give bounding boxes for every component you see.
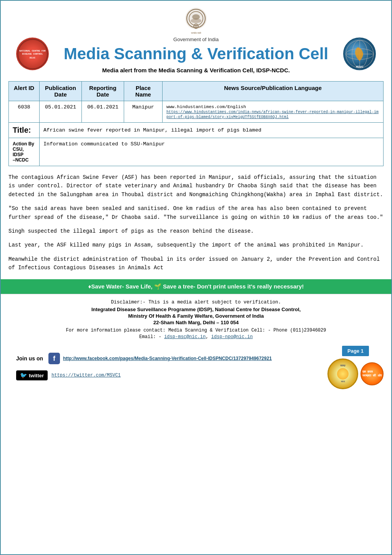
- action-label-cell: Action ByCSU, IDSP–NCDC: [9, 138, 40, 166]
- alert-id-cell: 6038: [9, 101, 40, 123]
- twitter-row: 🐦 twitter https://twitter.com/MSVC1: [8, 369, 324, 384]
- title-content-cell: African swine fever reported in Manipur,…: [40, 123, 384, 138]
- join-row: Join us on f http://www.facebook.com/pag…: [8, 350, 324, 367]
- svg-text:MSVC: MSVC: [356, 65, 363, 68]
- body-para-4: Last year, the ASF killed many pigs in A…: [8, 241, 384, 249]
- svg-point-4: [191, 18, 201, 23]
- footer-section: Disclaimer:- This is a media alert subje…: [1, 294, 391, 346]
- col-header-place: Place Name: [124, 82, 163, 101]
- title-label-cell: Title:: [9, 123, 40, 138]
- title-row: Title: African swine fever reported in M…: [9, 123, 384, 138]
- rep-date-cell: 06.01.2021: [82, 101, 124, 123]
- page-title: Media Scanning & Verification Cell: [64, 45, 329, 63]
- action-row: Action ByCSU, IDSP–NCDC Information comm…: [9, 138, 384, 166]
- subtitle: Media alert from the Media Scanning & Ve…: [8, 65, 384, 78]
- swachh-badge-icon: स्वच्छ भारत: [327, 358, 358, 389]
- footer-bottom-row: Join us on f http://www.facebook.com/pag…: [1, 346, 391, 393]
- news-source-cell: www.hindustantimes.com/English https://w…: [163, 101, 384, 123]
- footer-disclaimer: Disclaimer:- This is a media alert subje…: [24, 300, 368, 305]
- body-section: The contagious African Swine Fever (ASF)…: [8, 173, 384, 272]
- green-banner: ♦Save Water- Save Life, 🌱 Save a tree- D…: [1, 279, 391, 294]
- col-header-rep-date: Reporting Date: [82, 82, 124, 101]
- gov-emblem-icon: सत्यमेव जयते: [183, 8, 209, 37]
- green-banner-text: ♦Save Water- Save Life, 🌱 Save a tree- D…: [88, 283, 304, 290]
- alert-table: Alert ID Publication Date Reporting Date…: [8, 81, 384, 166]
- place-cell: Manipur: [124, 101, 163, 123]
- pub-date-cell: 05.01.2021: [40, 101, 82, 123]
- facebook-icon: f: [48, 353, 60, 364]
- col-header-pub-date: Publication Date: [40, 82, 82, 101]
- body-para-1: The contagious African Swine Fever (ASF)…: [8, 173, 384, 199]
- twitter-badge-icon: 🐦 twitter: [16, 370, 48, 380]
- svg-text:सत्यमेव जयते: सत्यमेव जयते: [191, 32, 202, 34]
- action-content-cell: Information communicated to SSU-Manipur: [40, 138, 384, 166]
- footer-line1: Integrated Disease Surveillance Programm…: [24, 307, 368, 312]
- twitter-link[interactable]: https://twitter.com/MSVC1: [51, 373, 121, 378]
- body-para-2: "So the said areas have been sealed and …: [8, 204, 384, 222]
- footer-email-link1[interactable]: idsp-msc@nic.in: [164, 334, 206, 340]
- col-header-news-source: News Source/Publication Language: [163, 82, 384, 101]
- facebook-link[interactable]: http://www.facebook.com/pages/Media-Scan…: [63, 356, 272, 361]
- body-para-3: Singh suspected the illegal import of pi…: [8, 227, 384, 235]
- footer-contact: For more information please contact: Med…: [24, 328, 368, 333]
- logo-title-row: NATIONAL CENTRE FOR DISEASE CONTROL DELH…: [8, 45, 384, 63]
- globe-logo-icon: MSVC: [343, 38, 376, 70]
- footer-line2: Ministry Of Health & Family Welfare, Gov…: [24, 313, 368, 319]
- footer-email-link2[interactable]: idsp-npo@nic.in: [211, 334, 253, 340]
- page-badge: Page 1: [342, 346, 369, 356]
- footer-line3: 22-Sham Nath Marg, Delhi – 110 054: [24, 320, 368, 325]
- join-label: Join us on: [16, 355, 43, 362]
- footer-email: Email: - idsp-msc@nic.in, idsp-npo@nic.i…: [24, 334, 368, 340]
- table-data-row: 6038 05.01.2021 06.01.2021 Manipur www.h…: [9, 101, 384, 123]
- table-header-row: Alert ID Publication Date Reporting Date…: [9, 82, 384, 101]
- ncdc-logo: NATIONAL CENTRE FOR DISEASE CONTROL DELH…: [16, 38, 49, 70]
- news-source-link[interactable]: https://www.hindustantimes.com/india-new…: [166, 110, 379, 119]
- col-header-alert-id: Alert ID: [9, 82, 40, 101]
- twitter-label: twitter: [29, 373, 44, 378]
- india-badge-icon: एक कदमस्वच्छता की ओर: [360, 362, 384, 385]
- news-source-main: www.hindustantimes.com/English: [166, 104, 246, 109]
- header: सत्यमेव जयते Government of India NATIONA…: [1, 1, 391, 81]
- gov-title: Government of India: [8, 37, 384, 42]
- body-para-5: Meanwhile the district administration of…: [8, 255, 384, 272]
